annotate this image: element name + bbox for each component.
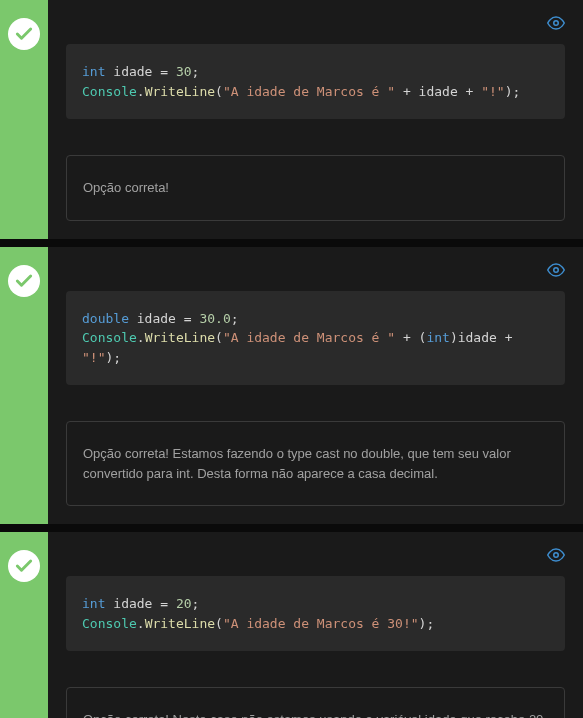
feedback-box: Opção correta! Estamos fazendo o type ca…: [66, 421, 565, 506]
check-circle: [8, 265, 40, 297]
status-bar-correct: [0, 247, 48, 525]
code-block: double idade = 30.0; Console.WriteLine("…: [66, 291, 565, 386]
option-content: int idade = 30; Console.WriteLine("A ida…: [48, 0, 583, 239]
check-icon: [14, 556, 34, 576]
option-content: double idade = 30.0; Console.WriteLine("…: [48, 247, 583, 525]
check-circle: [8, 550, 40, 582]
option-card: int idade = 30; Console.WriteLine("A ida…: [0, 0, 583, 239]
svg-point-1: [554, 267, 559, 272]
status-bar-correct: [0, 0, 48, 239]
code-block: int idade = 20; Console.WriteLine("A ida…: [66, 576, 565, 651]
svg-point-0: [554, 21, 559, 26]
svg-point-2: [554, 553, 559, 558]
check-circle: [8, 18, 40, 50]
option-card: double idade = 30.0; Console.WriteLine("…: [0, 247, 583, 525]
feedback-box: Opção correta! Neste caso não estamos us…: [66, 687, 565, 718]
eye-icon[interactable]: [547, 14, 565, 32]
check-icon: [14, 271, 34, 291]
eye-icon[interactable]: [547, 261, 565, 279]
option-content: int idade = 20; Console.WriteLine("A ida…: [48, 532, 583, 718]
eye-icon[interactable]: [547, 546, 565, 564]
code-block: int idade = 30; Console.WriteLine("A ida…: [66, 44, 565, 119]
option-card: int idade = 20; Console.WriteLine("A ida…: [0, 532, 583, 718]
status-bar-correct: [0, 532, 48, 718]
feedback-box: Opção correta!: [66, 155, 565, 221]
check-icon: [14, 24, 34, 44]
